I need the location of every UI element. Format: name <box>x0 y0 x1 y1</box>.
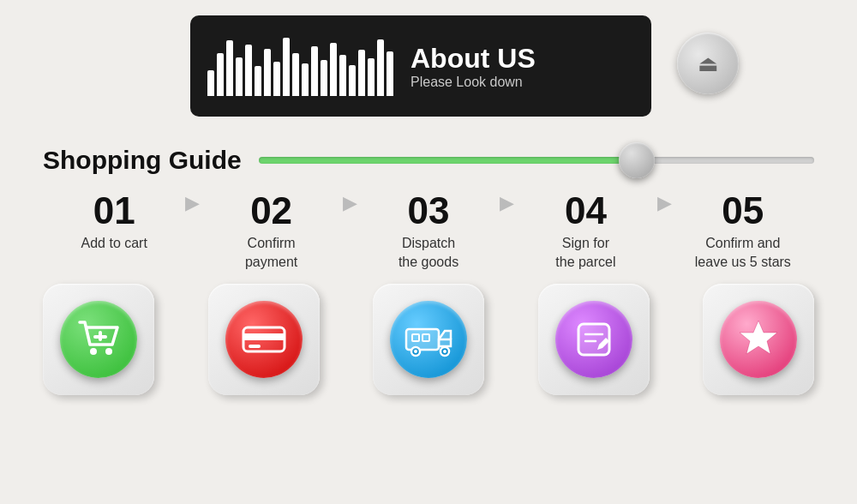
eq-bar <box>236 57 243 96</box>
svg-point-10 <box>414 350 417 353</box>
step-3: 03 Dispatchthe goods <box>357 192 500 271</box>
sign-icon <box>555 301 632 378</box>
shopping-guide: Shopping Guide 01 Add to cart ▶ 02 Confi… <box>43 146 814 395</box>
eq-bar <box>377 39 384 96</box>
icons-row <box>43 284 814 395</box>
cart-icon <box>60 301 137 378</box>
equalizer-graphic <box>207 36 393 96</box>
eq-bar <box>292 53 299 96</box>
slider-knob[interactable] <box>619 142 655 178</box>
eq-bar <box>302 63 309 96</box>
step-1-label: Add to cart <box>81 234 147 253</box>
step-2-label: Confirmpayment <box>245 234 297 271</box>
eq-bar <box>245 45 252 96</box>
arrow-3: ▶ <box>500 192 514 240</box>
banner-subtitle: Please Look down <box>411 75 536 90</box>
header-banner: About US Please Look down <box>190 15 651 117</box>
svg-rect-3 <box>93 335 107 339</box>
icon-box-cart[interactable] <box>43 284 154 395</box>
step-3-number: 03 <box>408 192 450 230</box>
eq-bar <box>255 66 261 96</box>
step-3-label: Dispatchthe goods <box>399 234 458 271</box>
icon-box-star[interactable] <box>703 284 814 395</box>
step-2-number: 02 <box>250 192 292 230</box>
svg-rect-6 <box>249 345 261 348</box>
eject-button[interactable]: ⏏ <box>677 33 739 94</box>
eq-bar <box>273 62 280 96</box>
steps-row: 01 Add to cart ▶ 02 Confirmpayment ▶ 03 … <box>43 192 814 271</box>
svg-point-11 <box>443 350 446 353</box>
star-icon <box>720 301 797 378</box>
step-2: 02 Confirmpayment <box>200 192 342 271</box>
step-5-label: Confirm andleave us 5 stars <box>695 234 791 271</box>
step-5: 05 Confirm andleave us 5 stars <box>672 192 814 271</box>
eq-bar <box>207 70 214 96</box>
eq-bar <box>387 51 393 96</box>
svg-point-1 <box>105 348 112 355</box>
slider-container[interactable] <box>259 152 814 169</box>
banner-text: About US Please Look down <box>411 43 536 90</box>
svg-point-0 <box>90 348 97 355</box>
slider-track <box>259 157 814 164</box>
eq-bar <box>283 38 290 96</box>
guide-title: Shopping Guide <box>43 146 242 175</box>
icon-box-sign[interactable] <box>538 284 650 395</box>
step-1: 01 Add to cart <box>43 192 185 253</box>
step-5-number: 05 <box>722 192 764 230</box>
arrow-4: ▶ <box>657 192 672 240</box>
eject-icon: ⏏ <box>698 51 719 77</box>
step-4-number: 04 <box>565 192 607 230</box>
arrow-2: ▶ <box>343 192 357 240</box>
step-4-label: Sign forthe parcel <box>555 234 615 271</box>
payment-icon <box>225 301 303 378</box>
eq-bar <box>311 46 318 96</box>
eq-bar <box>339 55 346 96</box>
icon-box-dispatch[interactable] <box>373 284 484 395</box>
step-4: 04 Sign forthe parcel <box>514 192 656 271</box>
dispatch-icon <box>390 301 467 378</box>
eq-bar <box>226 40 233 96</box>
step-1-number: 01 <box>93 192 135 230</box>
eq-bar <box>217 53 224 96</box>
eq-bar <box>330 43 337 96</box>
eq-bar <box>264 49 271 96</box>
svg-rect-5 <box>243 333 285 340</box>
eq-bar <box>321 60 327 96</box>
arrow-1: ▶ <box>185 192 200 240</box>
icon-box-payment[interactable] <box>208 284 320 395</box>
guide-header: Shopping Guide <box>43 146 814 175</box>
eq-bar <box>358 50 365 96</box>
svg-marker-18 <box>740 321 777 354</box>
banner-title: About US <box>411 43 536 75</box>
eq-bar <box>349 65 356 96</box>
eq-bar <box>368 58 375 96</box>
